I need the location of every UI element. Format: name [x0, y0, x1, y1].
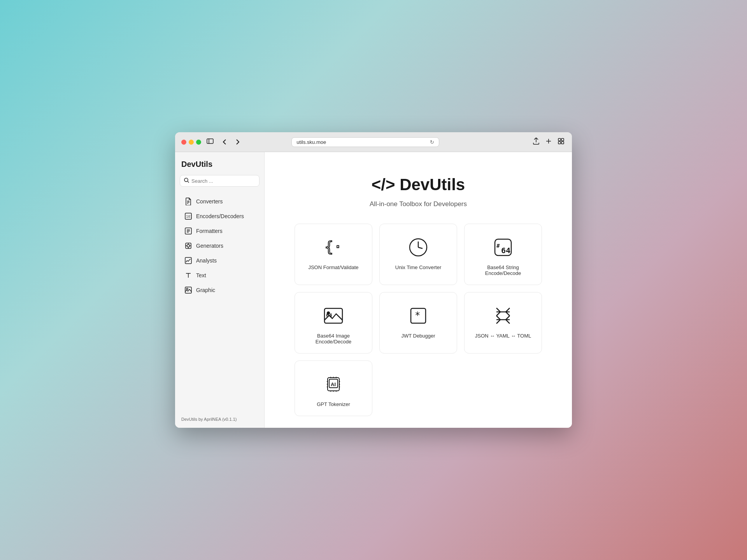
hero-title: </> DevUtils: [370, 175, 467, 194]
base64-string-icon: # 64: [491, 236, 515, 259]
minimize-button[interactable]: [189, 140, 194, 145]
close-button[interactable]: [181, 140, 186, 145]
svg-text:*: *: [415, 310, 420, 321]
card-gpt-tokenizer[interactable]: AI: [295, 360, 372, 416]
generators-icon: [184, 242, 192, 250]
browser-window: utils.sku.moe ↻: [175, 132, 572, 428]
base64-string-label: Base64 String Encode/Decode: [472, 264, 534, 276]
sidebar-item-text[interactable]: Text: [180, 268, 260, 282]
traffic-lights: [181, 140, 201, 145]
svg-rect-6: [558, 142, 561, 144]
browser-actions: [531, 137, 566, 147]
svg-point-39: [327, 312, 330, 314]
svg-text:AI: AI: [331, 382, 336, 387]
svg-rect-4: [558, 138, 561, 141]
formatters-label: Formatters: [196, 228, 223, 234]
converters-icon: [184, 198, 192, 205]
svg-text:1010: 1010: [186, 215, 192, 219]
search-box[interactable]: [180, 175, 260, 187]
graphic-icon: [184, 286, 192, 294]
json-yaml-toml-icon: [491, 304, 515, 327]
sidebar-footer: DevUtils by AprilNEA (v0.1.1): [180, 417, 260, 422]
graphic-label: Graphic: [196, 287, 215, 293]
base64-image-label: Base64 Image Encode/Decode: [303, 333, 364, 345]
svg-text:#: #: [496, 243, 500, 249]
sidebar-toggle-button[interactable]: [206, 138, 214, 146]
main-content: </> DevUtils All-in-one Toolbox for Deve…: [265, 152, 572, 428]
card-base64-image[interactable]: 64 Base64 Image Encode/Decode: [295, 292, 372, 354]
jwt-debugger-icon: *: [407, 304, 430, 327]
sidebar-item-formatters[interactable]: Formatters: [180, 224, 260, 238]
sidebar: DevUtils: [175, 152, 265, 428]
sidebar-title: DevUtils: [180, 160, 260, 169]
text-icon: [184, 271, 192, 279]
card-json-format[interactable]: {···} JSON Format/Validate: [295, 224, 372, 285]
grid-view-button[interactable]: [556, 137, 566, 147]
new-tab-button[interactable]: [544, 137, 553, 147]
json-format-icon: {···}: [322, 236, 345, 259]
jwt-debugger-label: JWT Debugger: [401, 333, 435, 339]
base64-image-icon: 64: [322, 304, 345, 327]
sidebar-item-generators[interactable]: Generators: [180, 239, 260, 253]
svg-text:{···}: {···}: [324, 238, 344, 255]
back-button[interactable]: [219, 138, 230, 146]
sidebar-item-encoders[interactable]: 1010 Encoders/Decoders: [180, 209, 260, 223]
svg-line-9: [188, 182, 189, 183]
cards-grid: {···} JSON Format/Validate Unix Tim: [295, 224, 542, 416]
gpt-tokenizer-label: GPT Tokenizer: [317, 401, 350, 407]
analysts-label: Analysts: [196, 257, 217, 264]
card-json-yaml-toml[interactable]: JSON ↔ YAML ↔ TOML: [464, 292, 542, 354]
maximize-button[interactable]: [196, 140, 201, 145]
formatters-icon: [184, 227, 192, 235]
svg-point-29: [186, 288, 188, 290]
hero-subtitle: All-in-one Toolbox for Developers: [370, 200, 467, 208]
encoders-label: Encoders/Decoders: [196, 213, 244, 219]
gpt-tokenizer-icon: AI: [322, 373, 345, 396]
share-button[interactable]: [531, 137, 541, 147]
sidebar-item-graphic[interactable]: Graphic: [180, 283, 260, 297]
text-label: Text: [196, 272, 206, 278]
sidebar-item-analysts[interactable]: Analysts: [180, 254, 260, 268]
svg-rect-7: [561, 142, 564, 144]
url-text: utils.sku.moe: [296, 139, 326, 145]
search-icon: [184, 178, 189, 184]
nav-items: Converters 1010 Encoders/Decoders: [180, 194, 260, 417]
generators-label: Generators: [196, 243, 223, 249]
analysts-icon: [184, 257, 192, 264]
card-jwt-debugger[interactable]: * JWT Debugger: [379, 292, 457, 354]
sidebar-item-converters[interactable]: Converters: [180, 194, 260, 208]
svg-text:64: 64: [501, 246, 510, 255]
unix-time-label: Unix Time Converter: [395, 264, 441, 270]
encoders-icon: 1010: [184, 212, 192, 220]
svg-rect-0: [207, 139, 213, 144]
svg-rect-25: [185, 257, 191, 264]
json-yaml-toml-label: JSON ↔ YAML ↔ TOML: [475, 333, 531, 339]
forward-button[interactable]: [232, 138, 243, 146]
card-base64-string[interactable]: # 64 Base64 String Encode/Decode: [464, 224, 542, 285]
app-content: DevUtils: [175, 152, 572, 428]
reload-button[interactable]: ↻: [430, 139, 434, 145]
search-input[interactable]: [191, 178, 255, 184]
json-format-label: JSON Format/Validate: [308, 264, 358, 270]
address-bar[interactable]: utils.sku.moe ↻: [291, 137, 439, 147]
unix-time-icon: [407, 236, 430, 259]
browser-controls: [219, 138, 243, 146]
converters-label: Converters: [196, 198, 223, 205]
svg-rect-20: [187, 245, 189, 247]
svg-rect-5: [561, 138, 564, 141]
browser-chrome: utils.sku.moe ↻: [175, 132, 572, 152]
card-unix-time[interactable]: Unix Time Converter: [379, 224, 457, 285]
svg-line-33: [418, 247, 423, 248]
hero-section: </> DevUtils All-in-one Toolbox for Deve…: [370, 175, 467, 208]
svg-point-8: [184, 178, 188, 182]
